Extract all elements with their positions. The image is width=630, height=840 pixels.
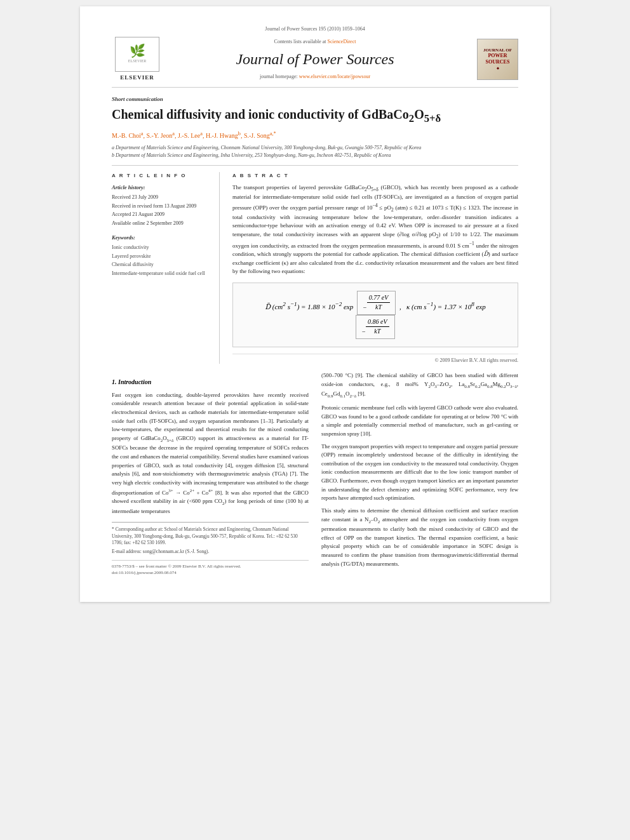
contents-line: Contents lists available at ScienceDirec…: [163, 38, 467, 46]
elsevier-logo-container: 🌿 ELSEVIER ELSEVIER: [112, 37, 163, 82]
formula-box: D̃ (cm2 s−1) = 1.88 × 10−2 exp − 0.77 eV…: [232, 283, 518, 347]
power-sources-badge-container: JOURNAL OF POWER SOURCES ◆: [467, 39, 518, 80]
homepage-url[interactable]: www.elsevier.com/locate/jpowsour: [299, 74, 370, 79]
affiliation-a: a Department of Materials Science and En…: [112, 144, 518, 152]
main-content: 1. Introduction Fast oxygen ion conducti…: [112, 371, 518, 576]
article-title: Chemical diffusivity and ionic conductiv…: [112, 106, 518, 126]
article-info-abstract: A R T I C L E I N F O Article history: R…: [112, 165, 518, 364]
available-date: Available online 2 September 2009: [112, 220, 211, 227]
article-info-heading: A R T I C L E I N F O: [112, 172, 211, 180]
doi-text: doi:10.1016/j.jpowsour.2009.08.074: [112, 570, 309, 576]
keyword-4: Intermediate-temperature solid oxide fue…: [112, 270, 211, 277]
abstract-col: A B S T R A C T The transport properties…: [232, 172, 518, 364]
formula-D: D̃ (cm2 s−1) = 1.88 × 10−2 exp − 0.77 eV…: [265, 303, 485, 335]
sciencedirect-link[interactable]: ScienceDirect: [328, 39, 356, 44]
article-info-col: A R T I C L E I N F O Article history: R…: [112, 172, 220, 364]
article-type: Short communication: [112, 95, 518, 103]
issn-text: 0378-7753/$ – see front matter © 2009 El…: [112, 563, 309, 570]
affiliations: a Department of Materials Science and En…: [112, 144, 518, 159]
copyright-line: © 2009 Elsevier B.V. All rights reserved…: [232, 354, 518, 364]
right-paragraph-2: Protonic ceramic membrane fuel cells wit…: [321, 404, 518, 439]
main-left-col: 1. Introduction Fast oxygen ion conducti…: [112, 371, 309, 576]
keyword-2: Layered perovskite: [112, 253, 211, 260]
page: Journal of Power Sources 195 (2010) 1059…: [80, 6, 550, 602]
intro-section-title: 1. Introduction: [112, 378, 309, 387]
elsevier-logo: 🌿 ELSEVIER: [115, 37, 159, 72]
received-revised-date: Received in revised form 13 August 2009: [112, 203, 211, 210]
footnote-divider: * Corresponding author at: School of Mat…: [112, 522, 309, 555]
power-sources-badge: JOURNAL OF POWER SOURCES ◆: [477, 39, 518, 80]
authors: M.-B. Choia, S.-Y. Jeona, J.-S. Leea, H.…: [112, 130, 518, 141]
abstract-heading: A B S T R A C T: [232, 172, 518, 180]
right-paragraph-1: (500–700 °C) [9]. The chemical stability…: [321, 371, 518, 400]
header-center: Contents lists available at ScienceDirec…: [163, 38, 467, 80]
bottom-info: 0378-7753/$ – see front matter © 2009 El…: [112, 560, 309, 576]
journal-homepage: journal homepage: www.elsevier.com/locat…: [163, 73, 467, 81]
right-paragraph-3: The oxygen transport properties with res…: [321, 443, 518, 503]
journal-header: Journal of Power Sources 195 (2010) 1059…: [112, 25, 518, 88]
received-date: Received 23 July 2009: [112, 194, 211, 201]
corresponding-author-note: * Corresponding author at: School of Mat…: [112, 526, 309, 547]
accepted-date: Accepted 21 August 2009: [112, 211, 211, 218]
intro-paragraph-1: Fast oxygen ion conducting, double-layer…: [112, 391, 309, 516]
affiliation-b: b Department of Materials Science and En…: [112, 152, 518, 159]
tree-icon: 🌿: [130, 44, 145, 57]
main-right-col: (500–700 °C) [9]. The chemical stability…: [321, 371, 518, 576]
right-paragraph-4: This study aims to determine the chemica…: [321, 507, 518, 568]
journal-title: Journal of Power Sources: [163, 48, 467, 70]
abstract-text: The transport properties of layered pero…: [232, 183, 518, 276]
elsevier-text: ELSEVIER: [120, 74, 154, 82]
keyword-3: Chemical diffusivity: [112, 261, 211, 269]
keyword-1: Ionic conductivity: [112, 244, 211, 251]
journal-ref: Journal of Power Sources 195 (2010) 1059…: [112, 25, 518, 33]
email-note: E-mail address: song@chonnam.ac.kr (S.-J…: [112, 549, 309, 556]
history-label: Article history:: [112, 183, 211, 191]
keywords-label: Keywords:: [112, 234, 211, 241]
